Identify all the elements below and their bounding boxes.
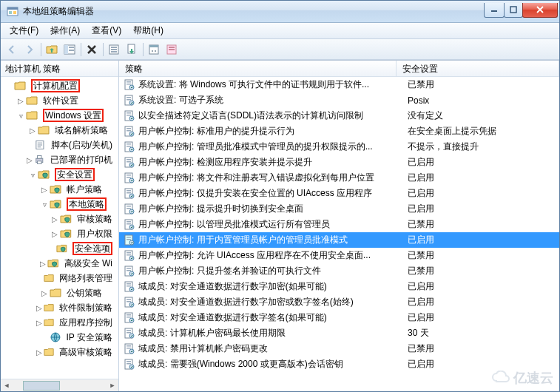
policy-row[interactable]: 用户帐户控制: 提示提升时切换到安全桌面已启用 (119, 201, 559, 217)
tree-twisty-icon[interactable] (25, 140, 35, 150)
policy-row[interactable]: 域成员: 需要强(Windows 2000 或更高版本)会话密钥已启用 (119, 356, 559, 372)
col-header-setting[interactable]: 安全设置 (397, 61, 559, 76)
policy-row[interactable]: 以安全描述符定义语言(SDDL)语法表示的计算机访问限制没有定义 (119, 108, 559, 124)
svg-point-82 (129, 287, 134, 291)
scroll-left-icon[interactable]: ◄ (1, 380, 13, 391)
policy-row[interactable]: 域成员: 对安全通道数据进行数字加密(如果可能)已启用 (119, 279, 559, 294)
tree-item[interactable]: 脚本(启动/关机) (1, 138, 118, 152)
tree-item[interactable]: 安全选项 (1, 241, 118, 256)
policy-row[interactable]: 域成员: 计算机帐户密码最长使用期限30 天 (119, 325, 559, 341)
svg-rect-92 (126, 330, 131, 331)
svg-rect-37 (126, 115, 131, 116)
help-button[interactable] (163, 41, 180, 58)
tree-header[interactable]: 地计算机 策略 (1, 61, 118, 77)
properties-button[interactable] (146, 41, 162, 58)
tree-hscrollbar[interactable]: ◄ ► (1, 379, 118, 391)
show-hide-tree-button[interactable] (61, 41, 78, 58)
tree-item[interactable]: 计算机配置 (1, 78, 118, 93)
tree-item[interactable]: ▷用户权限 (1, 226, 118, 241)
tree-twisty-icon[interactable]: ▿ (27, 169, 38, 180)
tree-twisty-icon[interactable]: ▷ (38, 258, 47, 268)
tree-item[interactable]: ▷域名解析策略 (1, 123, 118, 138)
svg-rect-73 (126, 254, 131, 256)
scroll-right-icon[interactable]: ► (107, 380, 118, 391)
policy-value: 已禁用 (408, 265, 559, 277)
tree-twisty-icon[interactable] (47, 243, 56, 254)
tree-item[interactable]: ▷高级安全 Wi (1, 256, 118, 271)
svg-rect-49 (126, 161, 131, 163)
menu-view[interactable]: 查看(V) (86, 23, 127, 38)
close-button[interactable] (522, 3, 558, 18)
svg-point-58 (129, 194, 134, 198)
tree-twisty-icon[interactable]: ▷ (25, 155, 35, 165)
policy-row[interactable]: 域成员: 对安全通道数据进行数字加密或数字签名(始终)已启用 (119, 294, 559, 310)
policy-row[interactable]: 用户帐户控制: 仅提升安装在安全位置的 UIAccess 应用程序已启用 (119, 186, 559, 201)
policy-value: 已启用 (408, 358, 559, 371)
delete-button[interactable] (84, 41, 100, 58)
forward-button[interactable] (21, 41, 38, 58)
policy-row[interactable]: 用户帐户控制: 标准用户的提升提示行为在安全桌面上提示凭据 (119, 124, 559, 139)
separator (79, 41, 82, 58)
svg-rect-81 (126, 285, 131, 287)
back-button[interactable] (4, 41, 20, 58)
tree-twisty-icon[interactable]: ▷ (50, 214, 61, 224)
svg-point-78 (129, 271, 134, 276)
policy-value: 已启用 (408, 296, 559, 308)
col-header-policy[interactable]: 策略 (119, 61, 397, 76)
tree-item[interactable]: 网络列表管理 (1, 271, 118, 285)
tree-item[interactable]: ▷帐户策略 (1, 182, 118, 197)
tree-twisty-icon[interactable]: ▷ (39, 184, 50, 195)
tree-twisty-icon[interactable]: ▿ (39, 199, 50, 209)
menu-file[interactable]: 文件(F) (4, 23, 44, 38)
scroll-thumb[interactable] (23, 381, 60, 391)
tree-item[interactable]: ▿安全设置 (1, 167, 118, 182)
tree-twisty-icon[interactable] (35, 273, 44, 283)
menu-help[interactable]: 帮助(H) (127, 23, 169, 38)
svg-point-66 (129, 225, 134, 229)
tree-item[interactable]: ▷软件限制策略 (1, 300, 118, 315)
maximize-button[interactable] (504, 3, 523, 18)
svg-rect-57 (126, 192, 131, 194)
policy-row[interactable]: 系统设置: 可选子系统Posix (119, 92, 559, 108)
policy-row[interactable]: 用户帐户控制: 用于内置管理员帐户的管理员批准模式已启用 (119, 232, 559, 248)
policy-row[interactable]: 用户帐户控制: 将文件和注册表写入错误虚拟化到每用户位置已启用 (119, 170, 559, 186)
policy-row[interactable]: 域成员: 禁用计算机帐户密码更改已禁用 (119, 341, 559, 356)
tree-item[interactable]: ▷软件设置 (1, 93, 118, 108)
tree-twisty-icon[interactable] (39, 332, 50, 342)
tree-twisty-icon[interactable]: ▷ (35, 317, 44, 328)
policy-row[interactable]: 域成员: 对安全通道数据进行数字签名(如果可能)已启用 (119, 310, 559, 325)
policy-row[interactable]: 用户帐户控制: 检测应用程序安装并提示提升已启用 (119, 155, 559, 170)
svg-point-62 (129, 209, 134, 214)
menu-action[interactable]: 操作(A) (44, 23, 86, 38)
policy-row[interactable]: 用户帐户控制: 以管理员批准模式运行所有管理员已禁用 (119, 217, 559, 232)
policy-value: 已启用 (408, 156, 559, 169)
tree-twisty-icon[interactable]: ▷ (16, 95, 26, 106)
policy-name: 用户帐户控制: 仅提升安装在安全位置的 UIAccess 应用程序 (138, 187, 408, 200)
policy-row[interactable]: 用户帐户控制: 只提升签名并验证的可执行文件已禁用 (119, 263, 559, 279)
minimize-button[interactable] (484, 3, 505, 18)
tree-item[interactable]: ▿Windows 设置 (1, 108, 118, 123)
policy-row[interactable]: 用户帐户控制: 管理员批准模式中管理员的提升权限提示的...不提示，直接提升 (119, 139, 559, 155)
refresh-button[interactable] (106, 41, 122, 58)
svg-rect-45 (126, 146, 131, 147)
tree-twisty-icon[interactable]: ▷ (27, 125, 38, 135)
export-button[interactable] (124, 41, 140, 58)
tree-twisty-icon[interactable]: ▷ (50, 229, 61, 239)
tree-twisty-icon[interactable]: ▷ (35, 303, 44, 313)
tree-item[interactable]: ▷公钥策略 (1, 285, 118, 300)
tree-item[interactable]: ▷已部署的打印机 (1, 152, 118, 167)
tree-item[interactable]: ▿本地策略 (1, 197, 118, 212)
up-button[interactable] (44, 41, 60, 58)
policy-row[interactable]: 系统设置: 将 Windows 可执行文件中的证书规则用于软件...已禁用 (119, 77, 559, 92)
tree-item[interactable]: IP 安全策略 (1, 330, 118, 345)
tree-twisty-icon[interactable]: ▷ (39, 288, 50, 298)
tree-twisty-icon[interactable] (4, 81, 14, 91)
tree-twisty-icon[interactable]: ▷ (35, 347, 44, 357)
tree-item[interactable]: ▷应用程序控制 (1, 315, 118, 330)
tree-twisty-icon[interactable]: ▿ (16, 110, 26, 121)
svg-rect-4 (491, 10, 497, 12)
policy-row[interactable]: 用户帐户控制: 允许 UIAccess 应用程序在不使用安全桌面...已禁用 (119, 248, 559, 263)
tree-item[interactable]: ▷审核策略 (1, 212, 118, 226)
policy-value: 已启用 (408, 234, 559, 246)
tree-item[interactable]: ▷高级审核策略 (1, 345, 118, 359)
